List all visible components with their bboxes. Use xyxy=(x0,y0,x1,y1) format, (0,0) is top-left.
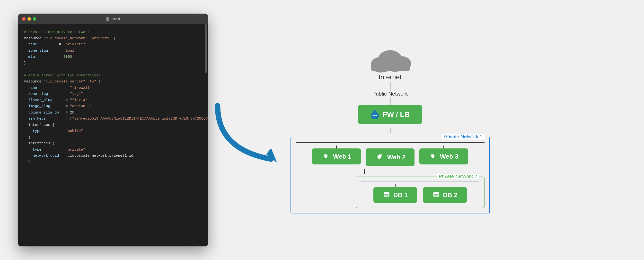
code-line: type = "public" xyxy=(24,128,202,134)
dashed-line-left xyxy=(290,94,370,94)
db-row: DB 1 xyxy=(361,184,479,203)
code-line: } xyxy=(24,60,202,66)
code-line: \ xyxy=(24,159,202,165)
vert-web2-to-pn2 xyxy=(364,169,365,174)
code-line: name = "firewall" xyxy=(24,85,202,91)
gear-icon-web1 xyxy=(322,152,330,160)
code-line: # Add a server with two interfaces: xyxy=(24,73,202,79)
droplet-icon xyxy=(370,109,379,120)
code-line: flavor_slug = "flex-4" xyxy=(24,97,202,104)
vert-web1 xyxy=(336,145,337,148)
vert-web3-to-pn2 xyxy=(416,169,416,174)
vert-db1 xyxy=(395,184,396,187)
editor-window: infra.tf # Create a new private network … xyxy=(18,13,208,247)
web3-label: Web 3 xyxy=(440,153,458,160)
vert-line-pubnet-fw xyxy=(390,97,390,105)
code-line: } xyxy=(24,134,202,141)
code-line: name = "privnet1" xyxy=(24,41,202,48)
code-line: ssh_keys = ["ssh-ed25519 AAAAC3NzaC1lZDI… xyxy=(24,116,202,122)
cloud-icon xyxy=(366,47,414,73)
web3-column: Web 3 xyxy=(419,145,468,166)
code-line: # Create a new private network xyxy=(24,29,202,35)
code-line: interfaces { xyxy=(24,140,202,147)
svg-point-14 xyxy=(384,192,390,194)
vert-web2 xyxy=(390,145,390,148)
pn2-vert-lines xyxy=(296,169,484,174)
private-network-2: Private Network 2 xyxy=(356,177,484,208)
internet-section: Internet xyxy=(366,47,414,91)
db1-column: DB 1 xyxy=(374,184,417,203)
vert-line-fw-pn1 xyxy=(390,128,390,133)
vert-line-cloud xyxy=(390,82,390,91)
private-network-1: Private Network 1 xyxy=(290,137,490,213)
private-network-1-label: Private Network 1 xyxy=(442,134,484,139)
pn2-connector-line xyxy=(361,181,479,181)
svg-point-13 xyxy=(384,195,390,197)
file-icon xyxy=(106,17,109,21)
web-servers-row: Web 1 xyxy=(296,145,484,166)
private-network-1-wrapper: Private Network 1 xyxy=(290,128,490,213)
code-line: image_slug = "debian-9" xyxy=(24,103,202,110)
web-servers-connector-line xyxy=(296,142,484,143)
svg-rect-6 xyxy=(371,64,410,71)
close-button[interactable] xyxy=(22,17,26,21)
main-container: infra.tf # Create a new private network … xyxy=(18,11,626,249)
public-network-label: Public Network xyxy=(369,91,411,97)
web1-box: Web 1 xyxy=(312,148,361,164)
web2-box: Web 2 xyxy=(366,148,414,166)
db2-icon xyxy=(432,191,440,199)
code-line: zone_slug = "lpg1" xyxy=(24,91,202,97)
fwlb-box: FW / LB xyxy=(358,105,422,124)
vert-db2 xyxy=(445,184,445,187)
diagram-layout: Internet Public Network FW / LB xyxy=(286,47,495,213)
svg-point-17 xyxy=(433,195,439,197)
editor-titlebar: infra.tf xyxy=(18,13,208,24)
web-servers-section: Web 1 xyxy=(296,142,484,208)
db2-column: DB 2 xyxy=(423,184,467,203)
internet-label: Internet xyxy=(378,73,402,81)
arrow-diagram xyxy=(213,96,281,169)
code-line: mtu = 9000 xyxy=(24,54,202,60)
editor-filename: infra.tf xyxy=(106,17,120,21)
db2-box: DB 2 xyxy=(423,187,467,203)
public-network-row: Public Network xyxy=(290,91,490,97)
fwlb-row: FW / LB xyxy=(358,105,422,124)
filename-text: infra.tf xyxy=(110,17,120,21)
editor-body: # Create a new private network resource … xyxy=(18,24,208,247)
vert-web3 xyxy=(444,145,444,148)
fwlb-label: FW / LB xyxy=(383,110,410,119)
web1-label: Web 1 xyxy=(333,153,351,160)
svg-point-18 xyxy=(433,192,439,194)
db1-label: DB 1 xyxy=(393,191,408,199)
maximize-button[interactable] xyxy=(33,17,36,21)
db2-label: DB 2 xyxy=(443,191,457,199)
minimize-button[interactable] xyxy=(28,17,31,21)
code-line: zone_slug = "lpg1" xyxy=(24,48,202,54)
db1-box: DB 1 xyxy=(374,187,417,203)
code-line: type = "private" xyxy=(24,147,202,153)
gear-icon-web2 xyxy=(374,152,384,162)
web2-label: Web 2 xyxy=(387,153,406,161)
dashed-line-right xyxy=(411,94,490,94)
code-line: interfaces { xyxy=(24,122,202,128)
code-line: network_uuid = cloudscale_network.privne… xyxy=(24,153,202,159)
web3-box: Web 3 xyxy=(419,148,468,164)
code-line: resource "cloudscale_server" "fw" { xyxy=(24,79,202,85)
editor-scrollbar[interactable] xyxy=(205,24,207,73)
gear-icon-web3 xyxy=(428,152,437,160)
code-line: resource "cloudscale_network" "privnet1"… xyxy=(24,35,202,42)
db1-icon xyxy=(383,191,390,199)
private-network-2-label: Private Network 2 xyxy=(437,174,479,179)
code-line xyxy=(24,66,202,73)
arrow-container xyxy=(208,82,286,178)
web1-column: Web 1 xyxy=(312,145,361,166)
pn2-wrapper: Private Network 2 xyxy=(296,169,484,208)
code-line: volume_size_gb = 20 xyxy=(24,110,202,116)
web2-column: Web 2 xyxy=(366,145,414,166)
